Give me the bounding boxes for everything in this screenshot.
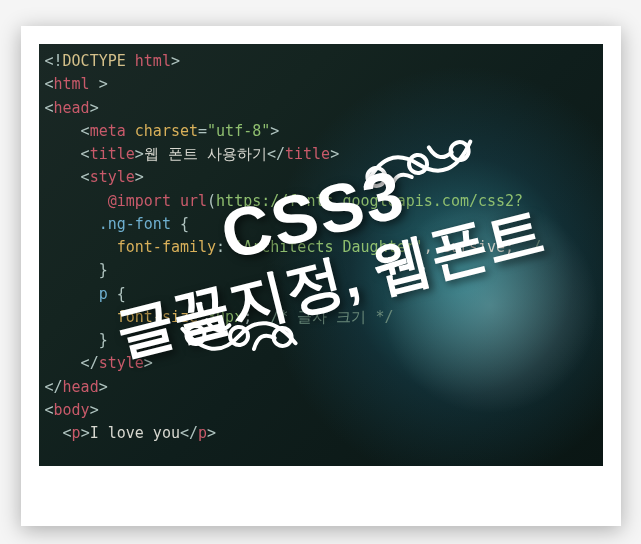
code-token: > [99,378,108,396]
code-token: < [45,424,72,442]
code-token: </ [180,424,198,442]
code-token: > [90,99,99,117]
code-token: } [45,331,108,349]
photo-area: <!DOCTYPE html> <html > <head> <meta cha… [39,44,603,466]
code-token: > [207,424,216,442]
code-token: </ [45,378,63,396]
code-token: > [90,401,99,419]
code-token: DOCTYPE [63,52,126,70]
code-token: < [45,75,54,93]
code-token: 웹 폰트 사용하기 [144,145,267,163]
code-token: charset [126,122,198,140]
code-token: </ [267,145,285,163]
code-token: > [90,75,108,93]
code-token: style [90,168,135,186]
code-token: I love you [90,424,180,442]
code-token: @import [108,192,171,210]
code-token: body [54,401,90,419]
code-token: < [45,168,90,186]
code-token [45,192,108,210]
code-token: < [45,401,54,419]
code-token: html [126,52,171,70]
code-token [45,215,99,233]
code-token: html [54,75,90,93]
code-token [45,285,99,303]
polaroid-frame: <!DOCTYPE html> <html > <head> <meta cha… [21,26,621,526]
code-token: > [270,122,279,140]
code-token: < [45,145,90,163]
code-token: > [135,168,144,186]
code-token: </ [45,354,99,372]
code-token: "utf-8" [207,122,270,140]
code-token: title [90,145,135,163]
code-token: > [330,145,339,163]
code-token: > [135,145,144,163]
code-token [45,308,117,326]
code-token: < [45,122,90,140]
code-token: <! [45,52,63,70]
code-token: head [54,99,90,117]
code-token: p [72,424,81,442]
code-token: > [171,52,180,70]
code-token: < [45,99,54,117]
code-token: p [198,424,207,442]
code-token: title [285,145,330,163]
code-token: = [198,122,207,140]
code-token: > [81,424,90,442]
code-token: head [63,378,99,396]
code-token: } [45,261,108,279]
code-token: meta [90,122,126,140]
